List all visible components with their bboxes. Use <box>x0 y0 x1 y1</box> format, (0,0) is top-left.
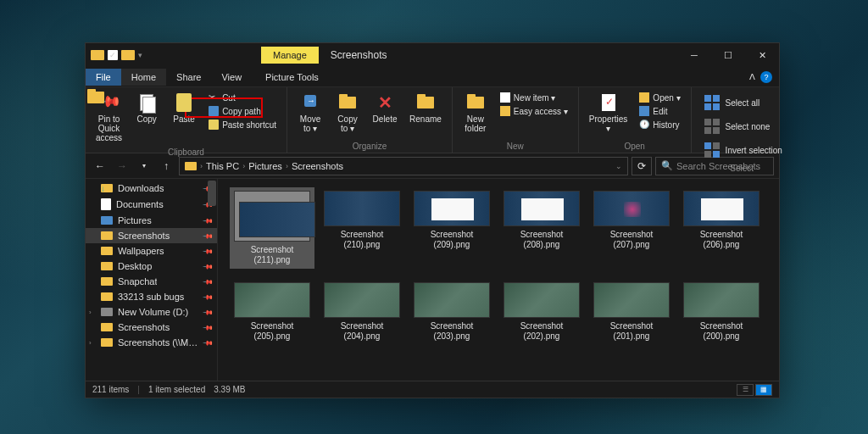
sidebar-item[interactable]: Wallpapers📌 <box>86 243 217 259</box>
file-item[interactable]: Screenshot (210).png <box>320 187 404 269</box>
pin-icon: 📌 <box>202 291 213 302</box>
file-item[interactable]: Screenshot (203).png <box>409 279 494 345</box>
file-item[interactable]: Screenshot (200).png <box>679 279 764 345</box>
folder-icon <box>101 231 113 240</box>
file-item[interactable]: Screenshot (205).png <box>230 279 314 345</box>
sidebar-item[interactable]: ›New Volume (D:)📌 <box>86 304 217 320</box>
select-all-icon <box>704 95 720 110</box>
recent-dropdown[interactable]: ▾ <box>135 157 153 175</box>
invert-selection-button[interactable]: Invert selection <box>697 138 787 162</box>
file-item[interactable]: Screenshot (208).png <box>499 187 584 269</box>
pin-icon: 📌 <box>202 321 213 332</box>
details-view-toggle[interactable]: ☰ <box>737 384 754 396</box>
navigation-pane[interactable]: Downloads📌Documents📌Pictures📌Screenshots… <box>86 179 218 381</box>
easy-access-button[interactable]: Easy access ▾ <box>495 104 573 118</box>
sidebar-item[interactable]: Snapchat📌 <box>86 274 217 289</box>
back-button[interactable]: ← <box>91 157 109 175</box>
move-to-icon <box>300 92 320 113</box>
up-button[interactable]: ↑ <box>157 157 175 175</box>
expand-caret-icon[interactable]: › <box>89 339 92 347</box>
view-tab[interactable]: View <box>211 69 252 86</box>
ribbon-tabs: File Home Share View Picture Tools ᐱ ? <box>86 67 779 87</box>
sidebar-item[interactable]: Downloads📌 <box>86 181 217 196</box>
home-tab[interactable]: Home <box>121 69 166 86</box>
file-thumbnail <box>683 191 760 226</box>
file-item[interactable]: Screenshot (209).png <box>409 187 494 269</box>
forward-button[interactable]: → <box>113 157 131 175</box>
properties-icon <box>598 92 619 113</box>
breadcrumb-pictures[interactable]: Pictures <box>248 161 282 171</box>
qat-folder-icon[interactable] <box>121 50 135 60</box>
chevron-right-icon[interactable]: › <box>242 162 245 170</box>
file-item[interactable]: Screenshot (204).png <box>320 279 404 345</box>
breadcrumb-this-pc[interactable]: This PC <box>206 161 239 171</box>
new-folder-button[interactable]: New folder <box>458 89 493 136</box>
folder-icon <box>101 292 113 301</box>
select-group: Select all Select none Invert selection … <box>692 87 793 153</box>
file-item[interactable]: Screenshot (207).png <box>589 187 674 269</box>
delete-button[interactable]: ✕Delete <box>367 89 403 127</box>
open-label: Open <box>584 140 686 153</box>
search-icon: 🔍 <box>661 160 673 171</box>
cut-button[interactable]: ✂Cut <box>203 91 281 104</box>
picture-tools-tab[interactable]: Picture Tools <box>255 69 329 86</box>
file-thumbnail <box>234 282 310 318</box>
file-tab[interactable]: File <box>86 69 121 86</box>
copy-icon <box>136 92 157 113</box>
close-button[interactable]: ✕ <box>745 43 779 67</box>
file-item[interactable]: Screenshot (206).png <box>679 187 764 269</box>
history-icon: 🕐 <box>639 120 649 130</box>
file-item[interactable]: Screenshot (202).png <box>499 279 584 345</box>
easy-access-icon <box>500 106 510 116</box>
sidebar-item[interactable]: Desktop📌 <box>86 259 217 274</box>
sidebar-item[interactable]: 33213 sub bugs📌 <box>86 289 217 304</box>
open-group: Properties ▾ Open ▾ Edit 🕐History Open <box>579 87 692 153</box>
file-item[interactable]: Screenshot (201).png <box>589 279 674 345</box>
expand-caret-icon[interactable]: › <box>89 309 92 316</box>
edit-button[interactable]: Edit <box>634 104 685 118</box>
breadcrumb-expand-icon[interactable]: ⌄ <box>615 162 622 170</box>
sidebar-item[interactable]: Pictures📌 <box>86 213 217 228</box>
collapse-ribbon-icon[interactable]: ᐱ <box>749 72 755 81</box>
copy-path-icon <box>209 106 219 116</box>
select-all-button[interactable]: Select all <box>697 91 787 114</box>
open-button[interactable]: Open ▾ <box>634 91 685 104</box>
select-none-button[interactable]: Select none <box>697 114 787 138</box>
icons-view-toggle[interactable]: ▦ <box>755 384 772 396</box>
help-icon[interactable]: ? <box>760 71 772 83</box>
sidebar-item[interactable]: Screenshots📌 <box>86 228 217 243</box>
qat-dropdown-icon[interactable]: ▾ <box>138 51 142 59</box>
file-label: Screenshot (210).png <box>323 230 401 250</box>
copy-path-button[interactable]: Copy path <box>203 104 281 118</box>
qat-check-icon[interactable]: ✓ <box>108 50 118 60</box>
chevron-right-icon[interactable]: › <box>200 162 203 170</box>
rename-button[interactable]: Rename <box>404 89 447 127</box>
folder-icon <box>101 323 113 331</box>
breadcrumb-screenshots[interactable]: Screenshots <box>292 161 343 171</box>
breadcrumb[interactable]: › This PC › Pictures › Screenshots ⌄ <box>179 157 628 175</box>
minimize-button[interactable]: ─ <box>677 43 711 67</box>
refresh-button[interactable]: ⟳ <box>632 157 652 175</box>
copy-button[interactable]: Copy <box>129 89 164 127</box>
share-tab[interactable]: Share <box>166 69 211 86</box>
move-to-button[interactable]: Move to ▾ <box>292 89 328 136</box>
copy-to-button[interactable]: Copy to ▾ <box>330 89 365 136</box>
item-count: 211 items <box>92 385 129 394</box>
pin-icon: 📌 <box>202 214 213 225</box>
sidebar-item-label: 33213 sub bugs <box>118 292 184 302</box>
sidebar-item[interactable]: Documents📌 <box>86 196 217 213</box>
paste-button[interactable]: Paste <box>166 89 202 127</box>
manage-contextual-tab[interactable]: Manage <box>261 47 319 64</box>
file-item[interactable]: Screenshot (211).png <box>230 187 314 269</box>
sidebar-item[interactable]: Screenshots📌 <box>86 320 217 335</box>
sidebar-item[interactable]: ›Screenshots (\\MACBOOK📌 <box>86 335 217 350</box>
file-grid[interactable]: Screenshot (211).pngScreenshot (210).png… <box>218 179 779 381</box>
paste-shortcut-button[interactable]: Paste shortcut <box>203 118 281 131</box>
history-button[interactable]: 🕐History <box>634 118 685 131</box>
titlebar[interactable]: ✓ ▾ Manage Screenshots ─ ☐ ✕ <box>86 43 779 67</box>
new-item-button[interactable]: New item ▾ <box>495 91 573 104</box>
maximize-button[interactable]: ☐ <box>711 43 745 67</box>
chevron-right-icon[interactable]: › <box>286 162 288 170</box>
properties-button[interactable]: Properties ▾ <box>584 89 633 136</box>
pin-icon: 📌 <box>202 245 213 256</box>
